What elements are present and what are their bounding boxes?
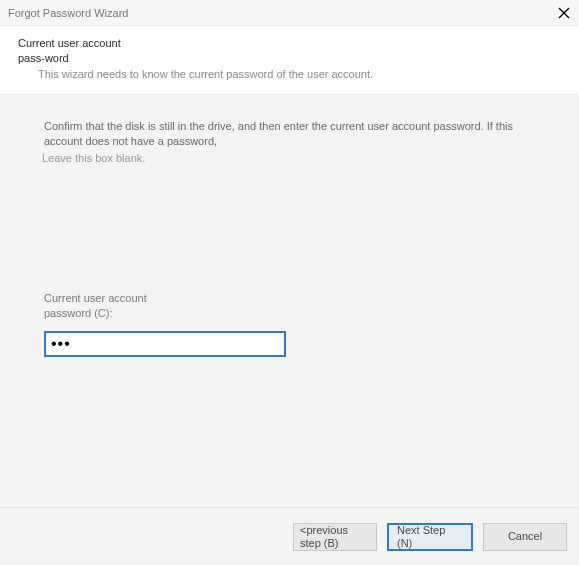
cancel-button-label: Cancel [508,530,542,543]
wizard-body: Confirm that the disk is still in the dr… [0,95,579,507]
wizard-footer: <previous step (B) Next Step (N) Cancel [0,507,579,565]
window-title: Forgot Password Wizard [8,7,128,19]
instruction-text-1: Confirm that the disk is still in the dr… [44,119,535,150]
cancel-button[interactable]: Cancel [483,523,567,551]
instruction-text-2: Leave this box blank. [42,151,535,166]
password-label: Current user account password (C): [44,291,184,321]
password-field-block: Current user account password (C): [44,291,535,357]
wizard-header: Current user account pass-word This wiza… [0,26,579,95]
next-button-label: Next Step (N) [397,524,463,549]
titlebar: Forgot Password Wizard [0,0,579,26]
wizard-window: Forgot Password Wizard Current user acco… [0,0,579,565]
previous-button[interactable]: <previous step (B) [293,523,377,551]
wizard-subheading: This wizard needs to know the current pa… [18,68,561,80]
previous-button-label: <previous step (B) [300,524,370,549]
password-input[interactable] [44,331,286,357]
wizard-heading: Current user account pass-word [18,36,148,66]
close-icon[interactable] [557,6,571,20]
next-button[interactable]: Next Step (N) [387,523,473,551]
